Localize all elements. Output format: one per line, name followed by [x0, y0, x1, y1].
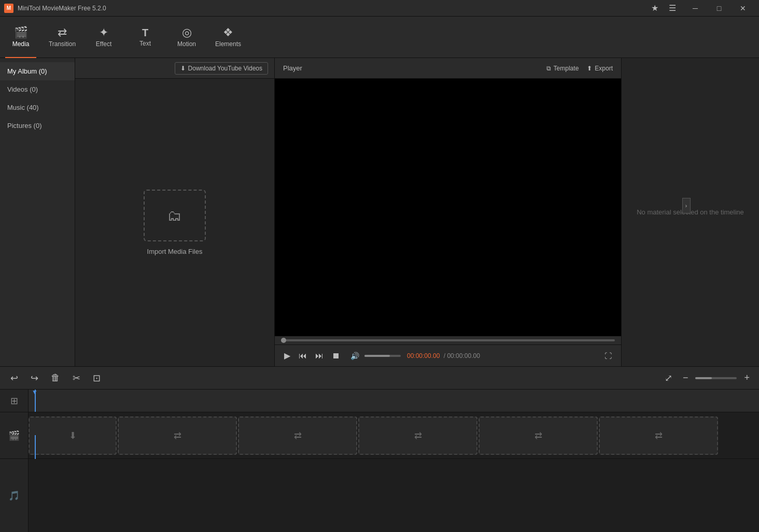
- video-track-icon: 🎬: [0, 412, 28, 459]
- player-header: Player ⧉ Template ⬆ Export: [275, 58, 621, 79]
- play-button[interactable]: ▶: [281, 349, 293, 363]
- time-total: / 00:00:00.00: [444, 352, 480, 360]
- import-label: Import Media Files: [147, 248, 203, 255]
- volume-icon[interactable]: 🔊: [347, 350, 362, 362]
- sidebar: My Album (0) Videos (0) Music (40) Pictu…: [0, 58, 75, 366]
- sidebar-item-my-album[interactable]: My Album (0): [0, 62, 75, 80]
- zoom-out-button[interactable]: −: [680, 371, 692, 384]
- fullscreen-button[interactable]: ⛶: [601, 350, 615, 362]
- media-header: ⬇ Download YouTube Videos: [75, 58, 274, 79]
- app-title: MiniTool MovieMaker Free 5.2.0: [18, 5, 644, 12]
- right-section: Player ⧉ Template ⬆ Export: [275, 58, 759, 366]
- star-icon[interactable]: ★: [648, 1, 662, 15]
- title-bar: M MiniTool MovieMaker Free 5.2.0 ★ ☰ ─ □…: [0, 0, 759, 17]
- timeline-toolbar-right: ⤢ − +: [662, 371, 753, 385]
- transition-slot-5[interactable]: ⇄: [599, 416, 718, 455]
- motion-icon: ◎: [182, 27, 192, 38]
- toolbar-motion[interactable]: ◎ Motion: [166, 17, 207, 58]
- toolbar-media-label: Media: [12, 40, 30, 48]
- left-panel: My Album (0) Videos (0) Music (40) Pictu…: [0, 58, 275, 366]
- media-icon: 🎬: [14, 27, 28, 38]
- toolbar-text[interactable]: T Text: [124, 17, 166, 58]
- player-header-right: ⧉ Template ⬆ Export: [546, 65, 613, 72]
- sidebar-item-pictures[interactable]: Pictures (0): [0, 117, 75, 135]
- properties-panel: › No material selected on the timeline: [622, 58, 759, 366]
- menu-icon[interactable]: ☰: [666, 1, 679, 15]
- crop-button[interactable]: ⊡: [89, 370, 105, 386]
- skip-forward-button[interactable]: ⏭: [312, 349, 327, 363]
- seek-track[interactable]: [281, 339, 615, 341]
- transition-icon-2: ⇄: [294, 430, 302, 441]
- transition-slot-3[interactable]: ⇄: [358, 416, 477, 455]
- transition-slot-4[interactable]: ⇄: [479, 416, 598, 455]
- folder-icon: 🗂: [167, 207, 182, 224]
- collapse-panel-button[interactable]: ›: [682, 198, 691, 213]
- time-current: 00:00:00.00: [407, 352, 440, 360]
- download-icon: ⬇: [180, 65, 186, 72]
- toolbar-elements[interactable]: ❖ Elements: [207, 17, 249, 58]
- skip-back-button[interactable]: ⏮: [296, 349, 310, 363]
- add-track-button[interactable]: ⊞: [0, 390, 28, 412]
- download-youtube-button[interactable]: ⬇ Download YouTube Videos: [175, 62, 268, 75]
- zoom-slider[interactable]: [695, 377, 737, 379]
- timeline-ruler[interactable]: [29, 390, 759, 412]
- elements-icon: ❖: [223, 27, 233, 38]
- audio-track-icon: 🎵: [0, 459, 28, 532]
- volume-slider[interactable]: [364, 355, 401, 357]
- undo-button[interactable]: ↩: [6, 370, 22, 386]
- template-button[interactable]: ⧉ Template: [546, 65, 579, 72]
- delete-button[interactable]: 🗑: [47, 370, 64, 385]
- stop-button[interactable]: ⏹: [329, 349, 343, 363]
- toolbar-transition-label: Transition: [49, 40, 76, 48]
- media-content: ⬇ Download YouTube Videos 🗂 Import Media…: [75, 58, 274, 366]
- close-button[interactable]: ✕: [731, 0, 755, 17]
- player-seekbar[interactable]: [275, 336, 621, 344]
- time-display: 00:00:00.00 / 00:00:00.00: [407, 352, 480, 360]
- toolbar-effect-label: Effect: [96, 40, 111, 48]
- effect-icon: ✦: [99, 27, 108, 38]
- transition-icon: ⇄: [58, 27, 67, 38]
- layers-icon: ⧉: [546, 65, 551, 72]
- player-section: Player ⧉ Template ⬆ Export: [275, 58, 759, 366]
- zoom-fit-button[interactable]: ⤢: [662, 371, 676, 385]
- transition-icon-1: ⇄: [174, 430, 181, 441]
- minimize-button[interactable]: ─: [683, 0, 707, 17]
- download-btn-label: Download YouTube Videos: [188, 65, 262, 72]
- export-button[interactable]: ⬆ Export: [587, 65, 613, 72]
- toolbar: 🎬 Media ⇄ Transition ✦ Effect T Text ◎ M…: [0, 17, 759, 58]
- toolbar-effect[interactable]: ✦ Effect: [83, 17, 124, 58]
- import-area: 🗂 Import Media Files: [75, 79, 274, 366]
- transition-icon-5: ⇄: [655, 430, 663, 441]
- time-separator: [441, 352, 442, 360]
- transition-slot-1[interactable]: ⇄: [118, 416, 237, 455]
- playhead: [35, 390, 36, 412]
- toolbar-transition[interactable]: ⇄ Transition: [41, 17, 83, 58]
- toolbar-motion-label: Motion: [177, 40, 196, 48]
- import-media-box[interactable]: 🗂: [144, 190, 206, 241]
- player-panel: Player ⧉ Template ⬆ Export: [275, 58, 622, 366]
- export-icon: ⬆: [587, 65, 592, 72]
- volume-control: 🔊: [347, 350, 401, 362]
- volume-fill: [364, 355, 390, 357]
- seek-thumb: [281, 338, 286, 343]
- library-area: My Album (0) Videos (0) Music (40) Pictu…: [0, 58, 274, 366]
- timeline-toolbar: ↩ ↪ 🗑 ✂ ⊡ ⤢ − +: [0, 367, 759, 390]
- timeline-tracks-label: ⊞ 🎬 🎵: [0, 390, 29, 532]
- transition-slot-2[interactable]: ⇄: [238, 416, 357, 455]
- timeline-section: ↩ ↪ 🗑 ✂ ⊡ ⤢ − + ⊞ 🎬 🎵: [0, 366, 759, 532]
- music-icon: 🎵: [8, 490, 20, 501]
- maximize-button[interactable]: □: [707, 0, 731, 17]
- video-clip-drop[interactable]: ⬇: [29, 416, 117, 455]
- app-icon: M: [4, 4, 13, 13]
- clip-drop-icon: ⬇: [69, 430, 77, 441]
- timeline-content: ⬇ ⇄ ⇄ ⇄ ⇄ ⇄: [29, 390, 759, 532]
- cut-button[interactable]: ✂: [68, 370, 85, 386]
- video-icon: 🎬: [8, 430, 20, 441]
- add-track-icon: ⊞: [10, 395, 18, 407]
- toolbar-media[interactable]: 🎬 Media: [0, 17, 41, 58]
- toolbar-text-label: Text: [139, 40, 151, 47]
- zoom-in-button[interactable]: +: [741, 371, 753, 384]
- sidebar-item-music[interactable]: Music (40): [0, 98, 75, 117]
- sidebar-item-videos[interactable]: Videos (0): [0, 80, 75, 98]
- redo-button[interactable]: ↪: [26, 370, 43, 386]
